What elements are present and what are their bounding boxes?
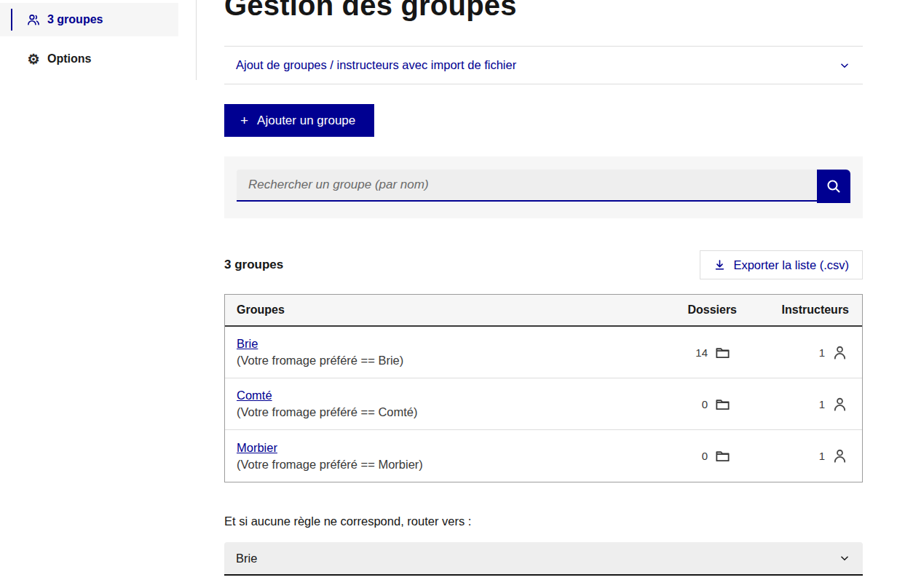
group-rule: (Votre fromage préféré == Brie) [237, 354, 652, 368]
sidebar-item-options[interactable]: ⚙ Options [0, 42, 178, 76]
group-link[interactable]: Morbier [237, 441, 277, 455]
group-link[interactable]: Brie [237, 337, 258, 351]
export-csv-button[interactable]: Exporter la liste (.csv) [700, 250, 863, 279]
header-dossiers: Dossiers [664, 303, 751, 317]
dossiers-count: 0 [702, 450, 708, 462]
chevron-down-icon [839, 553, 850, 563]
table-row: Morbier (Votre fromage préféré == Morbie… [225, 430, 862, 482]
plus-icon: + [240, 113, 248, 129]
chevron-down-icon [839, 60, 850, 71]
header-instructeurs: Instructeurs [751, 303, 862, 317]
table-header: Groupes Dossiers Instructeurs [225, 295, 862, 327]
search-button[interactable] [817, 170, 850, 203]
sidebar-divider [196, 0, 197, 80]
folder-icon [714, 344, 731, 361]
instructeurs-count: 1 [819, 450, 825, 462]
person-icon [831, 448, 848, 464]
export-label: Exporter la liste (.csv) [733, 258, 849, 272]
fallback-rule-label: Et si aucune règle ne correspond, router… [224, 514, 471, 528]
groups-table: Groupes Dossiers Instructeurs Brie (Votr… [224, 294, 863, 482]
gear-icon: ⚙ [26, 52, 41, 66]
dossiers-count: 0 [702, 398, 708, 410]
group-rule: (Votre fromage préféré == Morbier) [237, 458, 652, 472]
sidebar-item-label: 3 groupes [47, 13, 103, 26]
import-accordion[interactable]: Ajout de groupes / instructeurs avec imp… [224, 46, 863, 84]
sidebar-item-groupes[interactable]: 3 groupes [0, 3, 178, 36]
main-content: Gestion des groupes Ajout de groupes / i… [224, 0, 863, 588]
add-group-label: Ajouter un groupe [257, 114, 355, 128]
table-row: Comté (Votre fromage préféré == Comté) 0… [225, 378, 862, 430]
header-groupes: Groupes [225, 303, 664, 317]
groups-table-body: Brie (Votre fromage préféré == Brie) 14 … [225, 327, 862, 482]
group-count: 3 groupes [224, 258, 283, 272]
instructeurs-count: 1 [819, 346, 825, 359]
search-icon [825, 178, 842, 195]
users-icon [26, 12, 41, 27]
person-icon [831, 396, 848, 413]
folder-icon [714, 396, 731, 413]
download-icon [714, 259, 726, 271]
fallback-group-select[interactable]: Brie [224, 542, 863, 576]
dossiers-count: 14 [695, 346, 708, 359]
accordion-label: Ajout de groupes / instructeurs avec imp… [236, 58, 516, 72]
instructeurs-count: 1 [819, 398, 825, 410]
page-title: Gestion des groupes [224, 0, 517, 22]
selected-group: Brie [236, 552, 257, 565]
search-input[interactable] [237, 170, 817, 202]
group-rule: (Votre fromage préféré == Comté) [237, 405, 652, 419]
search-panel [224, 156, 863, 218]
folder-icon [714, 448, 731, 464]
person-icon [831, 344, 848, 361]
group-link[interactable]: Comté [237, 389, 272, 402]
add-group-button[interactable]: + Ajouter un groupe [224, 104, 374, 137]
sidebar-item-label: Options [47, 52, 91, 65]
table-row: Brie (Votre fromage préféré == Brie) 14 … [225, 327, 862, 378]
list-toolbar: 3 groupes Exporter la liste (.csv) [224, 250, 863, 279]
sidebar: 3 groupes ⚙ Options [0, 0, 197, 588]
